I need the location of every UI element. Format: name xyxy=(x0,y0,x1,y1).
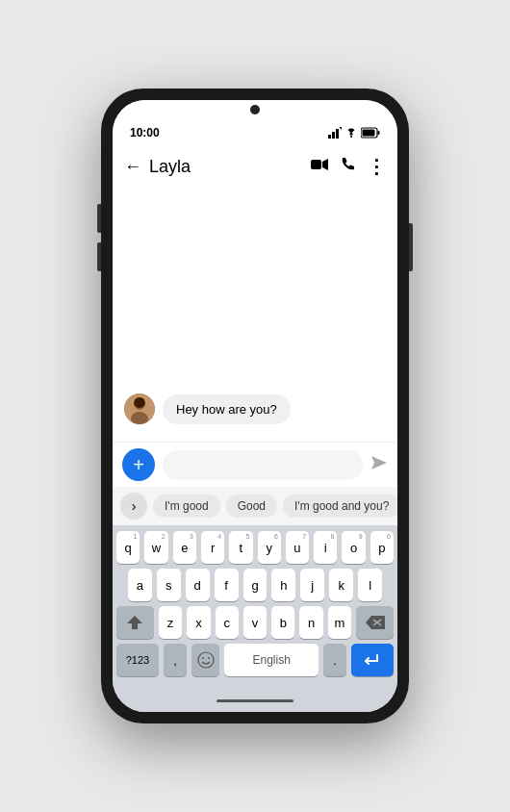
comma-key[interactable]: , xyxy=(164,644,187,676)
key-f[interactable]: f xyxy=(215,569,239,601)
svg-rect-1 xyxy=(332,132,335,139)
suggestions-bar: › I'm good Good I'm good and you? xyxy=(113,487,397,525)
key-z[interactable]: z xyxy=(159,606,182,639)
add-button[interactable]: + xyxy=(122,448,155,481)
key-p[interactable]: p0 xyxy=(370,531,394,564)
signal-icon xyxy=(328,127,342,139)
key-a[interactable]: a xyxy=(128,569,152,601)
enter-icon xyxy=(364,653,381,667)
key-row-1: q1 w2 e3 r4 t5 y6 u7 i8 o9 p0 xyxy=(116,531,394,564)
key-k[interactable]: k xyxy=(329,569,353,601)
more-options-icon[interactable]: ⋮ xyxy=(367,155,386,178)
enter-key[interactable] xyxy=(351,644,394,676)
svg-point-23 xyxy=(202,657,204,659)
message-row: Hey how are you? xyxy=(124,393,386,424)
svg-point-24 xyxy=(208,657,210,659)
battery-icon xyxy=(361,127,380,139)
shift-icon xyxy=(127,616,142,629)
svg-point-4 xyxy=(350,136,352,138)
key-o[interactable]: o9 xyxy=(342,531,365,564)
key-q[interactable]: q1 xyxy=(116,531,140,564)
suggestion-chip-1[interactable]: Good xyxy=(226,495,277,518)
app-bar: ← Layla ⋮ xyxy=(113,144,397,189)
avatar-image xyxy=(124,393,155,424)
svg-rect-0 xyxy=(328,135,331,139)
delete-key[interactable] xyxy=(356,606,394,639)
key-b[interactable]: b xyxy=(271,606,294,639)
vol-up-button xyxy=(97,204,101,233)
key-e[interactable]: e3 xyxy=(173,531,196,564)
key-u[interactable]: u7 xyxy=(286,531,309,564)
power-button xyxy=(409,223,413,271)
delete-icon xyxy=(366,616,385,629)
chat-title: Layla xyxy=(149,157,311,177)
keyboard: q1 w2 e3 r4 t5 y6 u7 i8 o9 p0 a s d f g … xyxy=(113,525,397,685)
key-i[interactable]: i8 xyxy=(314,531,337,564)
svg-rect-2 xyxy=(336,129,339,139)
key-x[interactable]: x xyxy=(187,606,210,639)
status-icons xyxy=(328,127,380,139)
vol-down-button xyxy=(97,242,101,271)
period-key[interactable]: . xyxy=(323,644,346,676)
phone-screen: 10:00 xyxy=(113,100,397,712)
status-time: 10:00 xyxy=(130,126,160,140)
status-bar: 10:00 xyxy=(113,117,397,144)
key-v[interactable]: v xyxy=(243,606,267,639)
message-bubble: Hey how are you? xyxy=(163,394,291,424)
shift-key[interactable] xyxy=(116,606,154,639)
key-l[interactable]: l xyxy=(358,569,382,601)
key-n[interactable]: n xyxy=(299,606,322,639)
add-icon: + xyxy=(133,454,144,476)
front-camera xyxy=(250,105,260,114)
nav-indicator xyxy=(113,685,397,712)
svg-marker-9 xyxy=(322,159,328,170)
svg-rect-8 xyxy=(311,160,321,169)
svg-point-22 xyxy=(198,652,214,668)
send-icon-svg xyxy=(370,455,388,470)
input-area: + xyxy=(113,442,397,487)
key-g[interactable]: g xyxy=(243,569,268,601)
key-d[interactable]: d xyxy=(186,569,210,601)
app-bar-actions: ⋮ xyxy=(311,155,386,178)
key-s[interactable]: s xyxy=(157,569,181,601)
key-j[interactable]: j xyxy=(300,569,324,601)
suggestion-chip-2[interactable]: I'm good and you? xyxy=(283,495,397,518)
svg-marker-15 xyxy=(371,456,387,469)
key-row-4: ?123 , English . xyxy=(116,644,394,676)
svg-rect-7 xyxy=(363,130,375,137)
message-text: Hey how are you? xyxy=(176,402,277,417)
home-indicator xyxy=(217,699,293,702)
avatar xyxy=(124,393,155,424)
key-w[interactable]: w2 xyxy=(144,531,167,564)
key-row-3: z x c v b n m xyxy=(116,606,394,639)
back-button[interactable]: ← xyxy=(124,157,141,177)
camera-area xyxy=(113,100,397,117)
svg-marker-3 xyxy=(340,127,343,130)
suggestions-expand[interactable]: › xyxy=(120,493,147,520)
send-button[interactable] xyxy=(370,455,388,475)
key-t[interactable]: t5 xyxy=(229,531,252,564)
svg-marker-19 xyxy=(127,616,142,629)
svg-point-14 xyxy=(135,397,144,403)
key-row-2: a s d f g h j k l xyxy=(116,569,394,601)
wifi-icon xyxy=(345,127,357,139)
space-key[interactable]: English xyxy=(224,644,319,676)
key-c[interactable]: c xyxy=(216,606,239,639)
key-y[interactable]: y6 xyxy=(258,531,281,564)
chat-area: Hey how are you? xyxy=(113,189,397,442)
key-m[interactable]: m xyxy=(328,606,351,639)
num-switch-key[interactable]: ?123 xyxy=(116,644,159,676)
suggestion-chip-0[interactable]: I'm good xyxy=(153,495,220,518)
phone-frame: 10:00 xyxy=(101,89,409,723)
avatar-inner xyxy=(124,393,155,424)
emoji-icon xyxy=(197,651,215,669)
message-input[interactable] xyxy=(163,450,363,480)
key-h[interactable]: h xyxy=(271,569,295,601)
svg-rect-6 xyxy=(378,131,380,135)
key-r[interactable]: r4 xyxy=(201,531,224,564)
emoji-key[interactable] xyxy=(191,644,219,676)
video-call-icon[interactable] xyxy=(311,158,328,175)
phone-call-icon[interactable] xyxy=(340,157,355,176)
